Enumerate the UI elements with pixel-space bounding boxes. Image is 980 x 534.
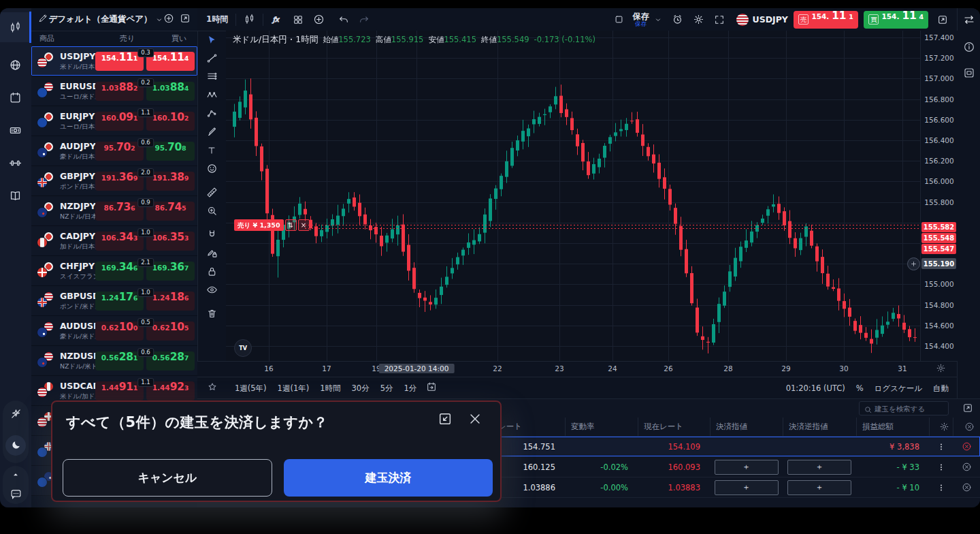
range-button[interactable]: 1週(5年) bbox=[235, 383, 267, 394]
watchlist-row-audusd[interactable]: AUDUSD 豪ドル/米ドル 0.62100 0.5 0.62105 bbox=[31, 316, 197, 346]
sell-price-button[interactable]: 191.369 bbox=[95, 172, 144, 191]
sidebar-item-markets[interactable] bbox=[0, 12, 30, 42]
tool-remove-drawings[interactable] bbox=[197, 304, 226, 323]
edit-pencil-icon[interactable] bbox=[38, 13, 48, 23]
sell-price-button[interactable]: 169.346 bbox=[95, 262, 144, 281]
tool-zoom-in[interactable] bbox=[197, 202, 226, 220]
watchlist-row-eurusd[interactable]: EURUSD ユーロ/米ドル 1.03882 0.2 1.03884 bbox=[31, 76, 197, 106]
sell-price-button[interactable]: 86.736 bbox=[95, 202, 144, 221]
compare-button[interactable] bbox=[308, 11, 329, 29]
axis-settings-gear[interactable] bbox=[936, 363, 946, 376]
watchlist-row-cadjpy[interactable]: CADJPY 加ドル/日本円 106.343 1.0 106.353 bbox=[31, 226, 197, 256]
favorites-star[interactable] bbox=[207, 381, 218, 395]
tool-pattern[interactable] bbox=[197, 86, 226, 104]
column-2[interactable]: 現在レート bbox=[638, 418, 710, 436]
add-symbol-icon[interactable] bbox=[163, 13, 174, 24]
table-settings[interactable] bbox=[929, 418, 953, 436]
range-button[interactable]: 1分 bbox=[404, 383, 417, 394]
dark-mode-toggle[interactable] bbox=[5, 435, 26, 456]
settings-button[interactable] bbox=[688, 11, 709, 29]
buy-button[interactable]: 買 154.114 bbox=[864, 11, 928, 29]
tool-measure[interactable] bbox=[197, 183, 226, 202]
save-menu-button[interactable] bbox=[649, 11, 667, 29]
popout-chart-button[interactable] bbox=[932, 11, 953, 29]
set-order-button[interactable]: ＋ bbox=[787, 460, 851, 475]
close-row-button[interactable] bbox=[953, 477, 980, 497]
caret-up-icon[interactable] bbox=[11, 470, 20, 480]
sell-button[interactable]: 売 154.111 bbox=[794, 11, 858, 29]
close-position-button[interactable]: × bbox=[298, 219, 310, 231]
watchlist-title-dropdown[interactable]: デフォルト（全通貨ペア） bbox=[48, 14, 163, 25]
auto-scale-button[interactable]: 自動 bbox=[933, 383, 949, 394]
sell-price-button[interactable]: 1.44911 bbox=[95, 381, 144, 400]
clock-utc[interactable]: 01:20:16 (UTC) bbox=[786, 383, 845, 393]
set-order-button[interactable]: ＋ bbox=[787, 480, 851, 495]
watchlist-row-audjpy[interactable]: AUDJPY 豪ドル/日本円 95.702 0.6 95.708 bbox=[31, 136, 197, 166]
tool-cursor[interactable] bbox=[197, 31, 226, 49]
tool-brush[interactable] bbox=[197, 123, 226, 141]
sell-price-button[interactable]: 154.111 bbox=[95, 52, 144, 71]
sell-price-button[interactable]: 160.091 bbox=[95, 112, 144, 131]
row-menu[interactable] bbox=[929, 477, 953, 497]
indicators-button[interactable] bbox=[266, 11, 288, 29]
cancel-button[interactable]: キャンセル bbox=[63, 459, 272, 497]
close-row-button[interactable] bbox=[953, 437, 980, 456]
range-button[interactable]: 1時間 bbox=[320, 383, 340, 394]
close-row-button[interactable] bbox=[953, 457, 980, 477]
chart-style-button[interactable] bbox=[239, 11, 260, 29]
fullscreen-button[interactable] bbox=[709, 11, 730, 29]
sell-price-button[interactable]: 0.56281 bbox=[95, 351, 144, 371]
candlestick-chart[interactable] bbox=[226, 31, 920, 361]
tool-trend-line[interactable] bbox=[197, 49, 226, 67]
popout-panel-button[interactable] bbox=[962, 403, 973, 416]
percent-scale-button[interactable]: % bbox=[856, 383, 864, 393]
watchlist-row-gbpjpy[interactable]: GBPJPY ポンド/日本円 191.369 2.0 191.389 bbox=[31, 166, 197, 196]
watchlist-row-gbpusd[interactable]: GBPUSD ポンド/米ドル 1.24176 1.0 1.24186 bbox=[31, 286, 197, 316]
set-order-button[interactable]: ＋ bbox=[715, 480, 779, 495]
time-axis[interactable]: 16171922232426282930312025-01-20 14:00 bbox=[197, 361, 957, 377]
layout-select-button[interactable] bbox=[609, 11, 629, 29]
column-5[interactable]: 損益総額 bbox=[856, 418, 929, 436]
sell-price-button[interactable]: 95.702 bbox=[95, 142, 144, 161]
save-button[interactable]: 保存 保存 bbox=[633, 12, 649, 27]
sidebar-item-calendar[interactable] bbox=[0, 82, 30, 112]
open-window-icon[interactable] bbox=[180, 13, 191, 24]
dialog-close-button[interactable] bbox=[468, 411, 483, 429]
add-order-plus-button[interactable] bbox=[907, 257, 920, 270]
watchlist-row-nzdusd[interactable]: NZDUSD NZドル/米ドル 0.56281 0.6 0.56287 bbox=[31, 346, 197, 376]
tool-forecast[interactable] bbox=[197, 104, 226, 123]
redo-button[interactable] bbox=[354, 11, 374, 29]
sidebar-item-training[interactable] bbox=[0, 148, 30, 178]
watchlist-row-eurjpy[interactable]: EURJPY ユーロ/日本円 160.091 1.1 160.102 bbox=[31, 106, 197, 136]
tradingview-logo[interactable]: TV bbox=[234, 339, 252, 357]
swap-panels-icon[interactable] bbox=[963, 14, 975, 26]
info-icon[interactable] bbox=[963, 41, 975, 53]
tool-drawing-lock[interactable] bbox=[197, 244, 226, 262]
tool-lock-all[interactable] bbox=[197, 262, 226, 281]
log-scale-button[interactable]: ログスケール bbox=[875, 383, 922, 394]
row-menu[interactable] bbox=[929, 437, 953, 456]
alert-button[interactable] bbox=[667, 11, 688, 29]
tool-emoji[interactable] bbox=[197, 159, 226, 178]
column-4[interactable]: 決済逆指値 bbox=[783, 418, 856, 436]
dialog-popout-button[interactable] bbox=[438, 411, 453, 429]
sidebar-item-cash[interactable] bbox=[0, 115, 30, 145]
go-to-date-icon[interactable] bbox=[426, 381, 437, 392]
close-all-button[interactable] bbox=[953, 418, 980, 436]
set-order-button[interactable]: ＋ bbox=[715, 460, 779, 475]
active-symbol[interactable]: USDJPY bbox=[736, 14, 788, 26]
watchlist-row-usdjpy[interactable]: USDJPY 米ドル/日本円 154.111 0.3 154.114 bbox=[31, 46, 197, 76]
undo-button[interactable] bbox=[333, 11, 354, 29]
reverse-position-button[interactable]: ⇅ bbox=[285, 219, 297, 231]
chat-icon[interactable] bbox=[10, 488, 22, 500]
sell-price-button[interactable]: 0.62100 bbox=[95, 321, 144, 341]
price-axis[interactable]: 157.400157.200157.000156.800156.600156.4… bbox=[920, 31, 958, 361]
tool-fib[interactable] bbox=[197, 67, 226, 86]
confirm-close-positions-button[interactable]: 建玉決済 bbox=[284, 459, 493, 497]
sell-price-button[interactable]: 106.343 bbox=[95, 232, 144, 251]
tool-text[interactable] bbox=[197, 141, 226, 159]
column-3[interactable]: 決済指値 bbox=[710, 418, 783, 436]
range-button[interactable]: 5分 bbox=[380, 383, 393, 394]
row-menu[interactable] bbox=[929, 457, 953, 477]
range-button[interactable]: 30分 bbox=[352, 383, 370, 394]
